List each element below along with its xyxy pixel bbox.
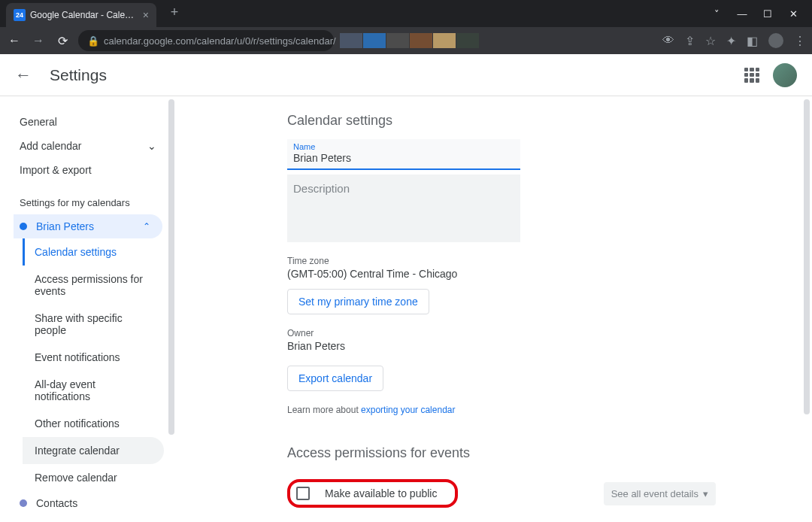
content-area: General Add calendar ⌄ Import & export S… (0, 96, 812, 522)
highlight-callout: Make available to public (287, 479, 458, 508)
chevron-down-icon[interactable]: ˅ (711, 8, 722, 20)
make-public-label: Make available to public (325, 487, 437, 499)
field-label: Name (293, 142, 514, 151)
back-arrow-icon[interactable]: ← (15, 65, 32, 85)
subnav-integrate-calendar[interactable]: Integrate calendar (23, 437, 164, 464)
account-avatar[interactable] (773, 63, 797, 87)
main-scrollbar[interactable] (804, 99, 810, 519)
toolbar: ← → ⟳ 🔒 calendar.google.com/calendar/u/0… (0, 27, 812, 54)
close-window-icon[interactable]: ✕ (788, 8, 798, 20)
owner-label: Owner (287, 328, 812, 338)
window-controls: ˅ ― ☐ ✕ (711, 0, 812, 27)
owner-value: Brian Peters (287, 340, 812, 352)
new-tab-button[interactable]: + (164, 2, 185, 23)
scrollbar-thumb[interactable] (804, 99, 810, 414)
set-primary-timezone-button[interactable]: Set my primary time zone (287, 289, 429, 314)
sidebar-item-general[interactable]: General (14, 110, 174, 134)
star-icon[interactable]: ☆ (705, 34, 716, 48)
close-tab-icon[interactable]: × (143, 9, 149, 21)
sidebar-section-label: Settings for my calendars (14, 182, 174, 214)
exporting-calendar-link[interactable]: exporting your calendar (361, 405, 455, 415)
timezone-label: Time zone (287, 256, 812, 266)
calendar-name-field[interactable]: Name Brian Peters (287, 139, 520, 170)
minimize-icon[interactable]: ― (737, 8, 747, 20)
chevron-down-icon: ⌄ (147, 140, 156, 152)
lock-icon: 🔒 (87, 35, 99, 47)
sidebar-calendar-brian-peters[interactable]: Brian Peters ⌃ (14, 214, 162, 238)
browser-tab[interactable]: 24 Google Calendar - Calendar setti × (6, 3, 156, 27)
calendar-color-dot (20, 499, 27, 507)
sidebar-calendar-family[interactable]: Family (14, 515, 162, 522)
app-header: ← Settings (0, 54, 812, 96)
extensions-icon[interactable]: ✦ (726, 34, 736, 48)
url-text: calendar.google.com/calendar/u/0/r/setti… (104, 35, 336, 47)
section-title-access-permissions: Access permissions for events (287, 445, 812, 461)
calendar-name: Contacts (36, 497, 77, 509)
calendar-color-dot (20, 223, 27, 230)
sidepanel-icon[interactable]: ◧ (747, 34, 758, 48)
caret-down-icon: ▾ (703, 488, 708, 499)
event-details-dropdown[interactable]: See all event details ▾ (604, 482, 716, 505)
main-panel: Calendar settings Name Brian Peters Desc… (174, 96, 812, 522)
sidebar-calendar-contacts[interactable]: Contacts (14, 491, 162, 515)
calendar-sub-nav: Calendar settings Access permissions for… (23, 238, 174, 491)
forward-icon[interactable]: → (30, 34, 47, 47)
address-bar[interactable]: 🔒 calendar.google.com/calendar/u/0/r/set… (78, 30, 334, 51)
field-value: Brian Peters (293, 151, 514, 165)
menu-icon[interactable]: ⋮ (794, 34, 806, 48)
subnav-access-permissions[interactable]: Access permissions for events (23, 266, 164, 305)
reload-icon[interactable]: ⟳ (54, 34, 71, 48)
learn-more-text: Learn more about exporting your calendar (287, 405, 812, 415)
section-title-calendar-settings: Calendar settings (287, 113, 812, 129)
back-icon[interactable]: ← (6, 34, 23, 47)
toolbar-actions: 👁 ⇪ ☆ ✦ ◧ ⋮ (662, 33, 806, 48)
export-calendar-button[interactable]: Export calendar (287, 366, 383, 391)
browser-chrome: 24 Google Calendar - Calendar setti × + … (0, 0, 812, 54)
subnav-remove-calendar[interactable]: Remove calendar (23, 464, 164, 491)
sidebar-scrollbar[interactable] (168, 99, 174, 519)
timezone-value: (GMT-05:00) Central Time - Chicago (287, 268, 812, 280)
calendar-favicon-icon: 24 (14, 9, 26, 21)
maximize-icon[interactable]: ☐ (762, 8, 773, 20)
subnav-share-people[interactable]: Share with specific people (23, 305, 164, 344)
settings-sidebar: General Add calendar ⌄ Import & export S… (0, 96, 174, 522)
google-apps-icon[interactable] (744, 68, 759, 83)
access-permissions-row: Make available to public See all event d… (287, 472, 716, 508)
tab-title: Google Calendar - Calendar setti (30, 10, 138, 20)
chevron-up-icon: ⌃ (143, 221, 150, 232)
subnav-allday-notifications[interactable]: All-day event notifications (23, 371, 164, 410)
profile-avatar-icon[interactable] (768, 33, 783, 48)
eye-icon[interactable]: 👁 (662, 34, 674, 47)
sidebar-item-label: Add calendar (20, 140, 82, 152)
tab-strip: 24 Google Calendar - Calendar setti × + … (0, 0, 812, 27)
sidebar-item-add-calendar[interactable]: Add calendar ⌄ (14, 134, 174, 158)
page-title: Settings (50, 66, 107, 84)
make-public-checkbox[interactable] (296, 487, 310, 500)
scrollbar-thumb[interactable] (168, 99, 174, 435)
field-label: Description (293, 182, 514, 195)
redacted-chips (340, 33, 479, 48)
share-icon[interactable]: ⇪ (685, 34, 695, 48)
subnav-event-notifications[interactable]: Event notifications (23, 344, 164, 371)
subnav-other-notifications[interactable]: Other notifications (23, 410, 164, 437)
sidebar-item-import-export[interactable]: Import & export (14, 158, 174, 182)
calendar-description-field[interactable]: Description (287, 175, 520, 242)
dropdown-label: See all event details (611, 488, 698, 499)
calendar-name: Brian Peters (36, 220, 94, 232)
subnav-calendar-settings[interactable]: Calendar settings (23, 238, 164, 266)
